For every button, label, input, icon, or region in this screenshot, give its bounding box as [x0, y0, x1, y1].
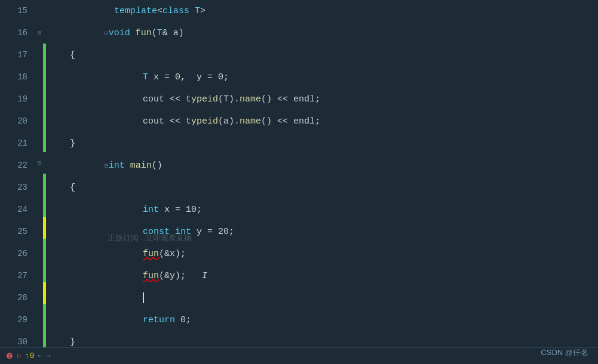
code-line-16: ⊟void fun(T& a) [51, 22, 598, 44]
fold-bracket-16[interactable]: ⊟ [105, 30, 109, 37]
line-num-15: 15 [17, 0, 30, 22]
code-line-29: return 0; [51, 309, 598, 331]
code-line-30: } [51, 331, 598, 347]
code-area: 15 16 17 18 19 20 21 22 23 24 25 26 27 2… [0, 0, 598, 347]
line-num-29: 29 [17, 309, 30, 331]
line-num-23: 23 [17, 177, 30, 199]
fold-icon-16: ⊟ [38, 29, 41, 36]
line-num-22: 22 [17, 155, 30, 177]
warning-icon[interactable]: ⚐ [17, 351, 22, 361]
line-num-30: 30 [17, 331, 30, 347]
line-num-16: 16 [17, 22, 30, 44]
change-count-icon[interactable]: ↑0 [25, 351, 35, 360]
line-num-17: 17 [17, 44, 30, 66]
editor-container: 15 16 17 18 19 20 21 22 23 24 25 26 27 2… [0, 0, 598, 364]
fold-gutter: ⊟ ⊟ [36, 0, 43, 347]
line-numbers: 15 16 17 18 19 20 21 22 23 24 25 26 27 2… [0, 0, 36, 347]
error-icon[interactable]: ❷ [6, 351, 13, 361]
code-content: template<class T> ⊟void fun(T& a) { T x … [46, 0, 598, 347]
bottom-bar: ❷ ⚐ ↑0 ← → [0, 347, 598, 364]
code-line-22: ⊟int main() [51, 155, 598, 177]
cursor-indicator: I [202, 271, 207, 281]
fold-bracket-22[interactable]: ⊟ [105, 162, 109, 169]
line-num-20: 20 [17, 110, 30, 132]
line-num-26: 26 [17, 243, 30, 265]
code-line-20: cout << typeid(a).name() << endl; [51, 110, 598, 132]
line-num-27: 27 [17, 265, 30, 287]
line-num-25: 25 [17, 221, 30, 243]
line-num-24: 24 [17, 199, 30, 221]
line-num-28: 28 [17, 287, 30, 309]
fold-icon-22: ⊟ [38, 159, 41, 166]
line-num-19: 19 [17, 88, 30, 110]
nav-back-icon[interactable]: ← [38, 351, 42, 360]
bottom-icons: ❷ ⚐ ↑0 ← → [6, 351, 51, 361]
nav-forward-icon[interactable]: → [46, 351, 51, 360]
line-num-21: 21 [17, 132, 30, 155]
line-num-18: 18 [17, 66, 30, 88]
squiggle-fun-27: fun [143, 271, 159, 281]
